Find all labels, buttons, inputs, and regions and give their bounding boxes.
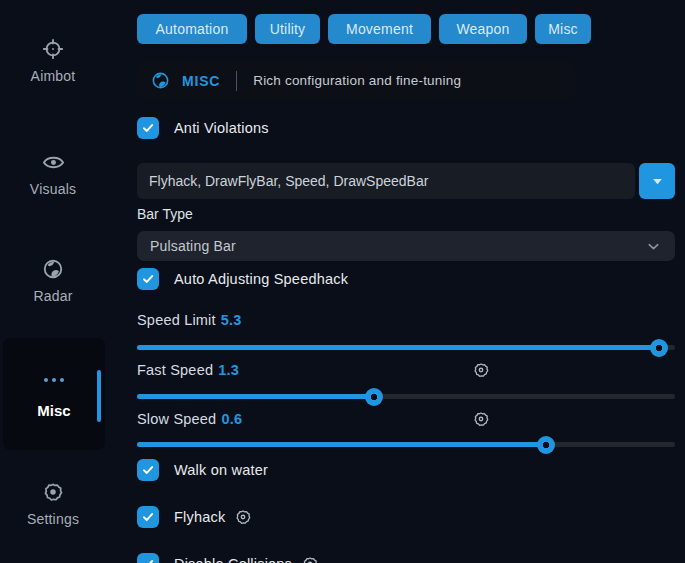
tab-utility[interactable]: Utility <box>255 14 320 44</box>
slider-fill <box>137 345 659 350</box>
sidebar-item-label: Visuals <box>30 181 76 197</box>
fast-speed-value: 1.3 <box>218 362 239 378</box>
gear-icon <box>41 480 65 504</box>
sidebar-item-label: Radar <box>33 288 72 304</box>
section-subtitle: Rich configuration and fine-tuning <box>253 73 461 88</box>
slider-knob[interactable] <box>537 436 555 454</box>
checkbox-walk-on-water[interactable]: Walk on water <box>137 459 268 481</box>
globe-icon <box>151 71 170 90</box>
slider-knob[interactable] <box>365 388 383 406</box>
gear-icon[interactable] <box>473 411 489 427</box>
multiselect-field[interactable]: Flyhack, DrawFlyBar, Speed, DrawSpeedBar <box>137 163 635 199</box>
checkbox-disable-collisions[interactable]: Disable Collisions <box>137 553 318 563</box>
slider-knob[interactable] <box>650 339 668 357</box>
bar-type-value: Pulsating Bar <box>150 238 236 254</box>
tab-bar: Automation Utility Movement Weapon Misc <box>137 14 591 44</box>
slow-speed-label: Slow Speed0.6 <box>137 411 242 427</box>
checkbox-label: Auto Adjusting Speedhack <box>174 271 348 287</box>
checkbox-checked-icon[interactable] <box>137 117 159 139</box>
slow-speed-value: 0.6 <box>221 411 242 427</box>
sidebar-item-label: Aimbot <box>31 68 76 84</box>
slider-fill <box>137 394 374 399</box>
sidebar-item-settings[interactable]: Settings <box>0 480 106 527</box>
tab-movement[interactable]: Movement <box>328 14 431 44</box>
tab-weapon[interactable]: Weapon <box>439 14 527 44</box>
slow-speed-slider[interactable] <box>137 442 675 447</box>
chevron-down-icon <box>645 238 662 255</box>
sidebar-item-label: Misc <box>37 402 70 419</box>
sidebar-item-radar[interactable]: Radar <box>0 257 106 304</box>
fast-speed-label: Fast Speed1.3 <box>137 362 239 378</box>
speed-limit-slider[interactable] <box>137 345 675 350</box>
sidebar-item-label: Settings <box>27 511 79 527</box>
gear-icon[interactable] <box>235 509 251 525</box>
checkbox-anti-violations[interactable]: Anti Violations <box>137 117 269 139</box>
gear-icon[interactable] <box>302 556 318 563</box>
sidebar: Aimbot Visuals Radar <box>0 0 130 563</box>
checkbox-checked-icon[interactable] <box>137 459 159 481</box>
multiselect-dropdown-button[interactable] <box>639 163 675 199</box>
sidebar-item-aimbot[interactable]: Aimbot <box>0 37 106 84</box>
sidebar-item-visuals[interactable]: Visuals <box>0 150 106 197</box>
tab-misc[interactable]: Misc <box>535 14 591 44</box>
flag-multiselect: Flyhack, DrawFlyBar, Speed, DrawSpeedBar <box>137 163 675 199</box>
section-title: MISC <box>182 73 220 89</box>
checkbox-checked-icon[interactable] <box>137 506 159 528</box>
bar-type-label: Bar Type <box>137 206 193 222</box>
checkbox-auto-adjusting-speedhack[interactable]: Auto Adjusting Speedhack <box>137 268 348 290</box>
checkbox-flyhack[interactable]: Flyhack <box>137 506 251 528</box>
divider <box>236 71 237 91</box>
checkbox-label: Disable Collisions <box>174 556 292 563</box>
slider-fill <box>137 442 546 447</box>
gear-icon[interactable] <box>473 362 489 378</box>
globe-icon <box>41 257 65 281</box>
checkbox-label: Walk on water <box>174 462 268 478</box>
checkbox-checked-icon[interactable] <box>137 268 159 290</box>
content-panel: Automation Utility Movement Weapon Misc … <box>137 0 675 563</box>
eye-icon <box>41 150 65 174</box>
checkbox-checked-icon[interactable] <box>137 553 159 563</box>
checkbox-label: Flyhack <box>174 509 225 525</box>
speed-limit-value: 5.3 <box>221 312 242 328</box>
tab-automation[interactable]: Automation <box>137 14 247 44</box>
crosshair-icon <box>41 37 65 61</box>
section-header: MISC Rich configuration and fine-tuning <box>137 62 575 99</box>
fast-speed-slider[interactable] <box>137 394 675 399</box>
bar-type-select[interactable]: Pulsating Bar <box>137 231 675 261</box>
sidebar-item-misc[interactable]: Misc <box>3 338 105 450</box>
triangle-down-icon <box>650 174 665 189</box>
app-window: Aimbot Visuals Radar <box>0 0 685 563</box>
checkbox-label: Anti Violations <box>174 120 269 136</box>
ellipsis-icon <box>42 368 66 392</box>
speed-limit-label: Speed Limit5.3 <box>137 312 242 328</box>
